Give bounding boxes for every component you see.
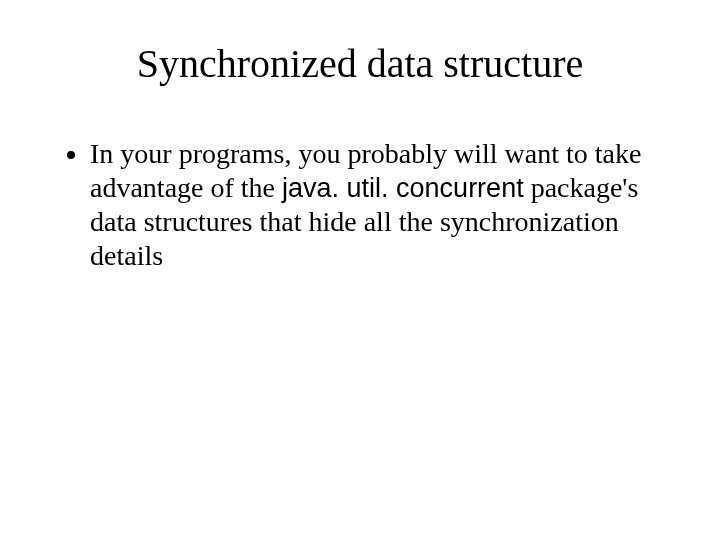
bullet-item: In your programs, you probably will want… [90,137,660,274]
package-name-inline: java. util. concurrent [282,173,524,203]
slide: Synchronized data structure In your prog… [0,0,720,540]
bullet-list: In your programs, you probably will want… [50,137,670,274]
slide-title: Synchronized data structure [50,40,670,87]
